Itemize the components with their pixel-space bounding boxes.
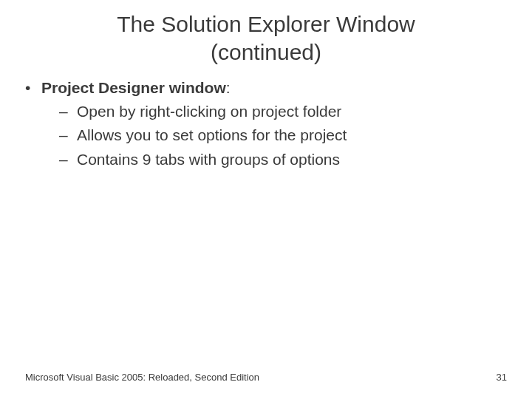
bullet-item: Project Designer window: Open by right-c… bbox=[22, 79, 510, 170]
slide: The Solution Explorer Window (continued)… bbox=[0, 0, 532, 399]
slide-footer: Microsoft Visual Basic 2005: Reloaded, S… bbox=[0, 372, 532, 383]
sub-bullet-item: Open by right-clicking on project folder bbox=[41, 101, 510, 122]
page-number: 31 bbox=[497, 372, 507, 383]
bullet-list-level-1: Project Designer window: Open by right-c… bbox=[22, 79, 510, 170]
bullet-list-level-2: Open by right-clicking on project folder… bbox=[41, 101, 510, 170]
sub-bullet-item: Allows you to set options for the projec… bbox=[41, 125, 510, 146]
bullet-lead-text: Project Designer window bbox=[41, 79, 226, 96]
footer-source: Microsoft Visual Basic 2005: Reloaded, S… bbox=[25, 372, 259, 383]
bullet-lead-suffix: : bbox=[226, 79, 231, 96]
slide-title: The Solution Explorer Window (continued) bbox=[0, 0, 532, 66]
slide-body: Project Designer window: Open by right-c… bbox=[0, 66, 532, 170]
title-line-1: The Solution Explorer Window bbox=[117, 12, 415, 36]
sub-bullet-item: Contains 9 tabs with groups of options bbox=[41, 149, 510, 170]
title-line-2: (continued) bbox=[211, 40, 321, 64]
